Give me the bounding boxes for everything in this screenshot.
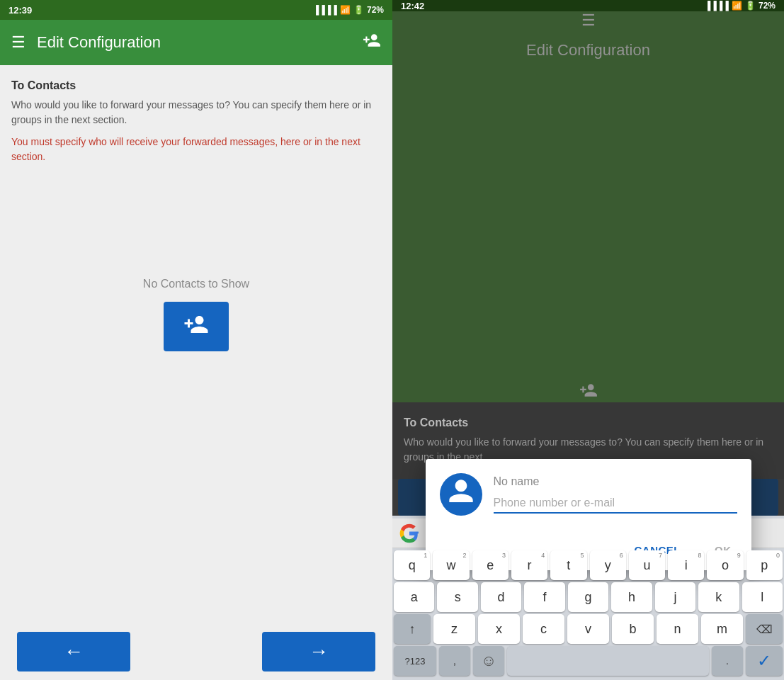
key-q[interactable]: q1 [394,550,430,580]
hamburger-icon-right: ☰ [581,11,596,30]
key-m[interactable]: m [701,614,743,644]
signal-icon-right: ▐▐▐▐ [705,1,729,11]
status-icons-left: ▐▐▐▐ 📶 🔋 72% [313,5,384,15]
empty-contacts: No Contacts to Show [11,278,381,351]
key-p[interactable]: p0 [746,550,783,580]
tick-icon: ✓ [757,651,771,671]
keyboard-row-4: ?123 , ☺ . ✓ [394,646,783,676]
error-text-left: You must specify who will receive your f… [11,135,381,164]
dialog-contact-name: No name [494,475,737,488]
battery-pct-left: 72% [367,5,384,15]
status-bar-left: 12:39 ▐▐▐▐ 📶 🔋 72% [0,0,392,20]
keyboard-row-3: ↑ z x c v b n m ⌫ [394,614,783,644]
key-z[interactable]: z [433,614,475,644]
dialog-overlay: No name CANCEL OK [392,402,784,479]
status-icons-right: ▐▐▐▐ 📶 🔋 72% [705,1,776,11]
space-key[interactable] [507,646,709,676]
key-i[interactable]: i8 [668,550,704,580]
wifi-icon-left: 📶 [340,5,351,15]
battery-icon-right: 🔋 [745,1,756,11]
battery-pct-right: 72% [759,1,776,11]
next-button-left[interactable]: → [262,632,375,672]
wifi-icon-right: 📶 [732,1,742,11]
add-person-icon-left[interactable] [363,31,381,54]
time-right: 12:42 [401,1,424,11]
symbols-key[interactable]: ?123 [394,646,436,676]
app-bar-title-left: Edit Configuration [37,33,351,52]
next-arrow-left: → [309,640,329,663]
shift-key[interactable]: ↑ [394,614,431,644]
key-v[interactable]: v [567,614,609,644]
key-w[interactable]: w2 [433,550,469,580]
key-n[interactable]: n [657,614,698,644]
key-a[interactable]: a [394,582,434,612]
keyboard-row-2: a s d f g h j k l [394,582,783,612]
key-h[interactable]: h [611,582,652,612]
key-g[interactable]: g [568,582,608,612]
dimmed-content: To Contacts Who would you like to forwar… [392,402,784,479]
key-l[interactable]: l [742,582,783,612]
key-k[interactable]: k [698,582,739,612]
dialog-right: No name [494,475,737,514]
period-key[interactable]: . [712,646,743,676]
hamburger-icon-left[interactable]: ☰ [11,33,25,52]
app-bar-title-right: Edit Configuration [526,41,650,370]
dialog-header: No name [426,473,751,527]
avatar-icon [447,477,475,512]
contact-avatar [440,473,482,516]
key-r[interactable]: r4 [511,550,547,580]
key-c[interactable]: c [523,614,564,644]
key-e[interactable]: e3 [472,550,509,580]
back-arrow-left: ← [64,640,84,663]
section-description-left: Who would you like to forward your messa… [11,98,381,128]
empty-contacts-label: No Contacts to Show [143,278,249,290]
key-x[interactable]: x [478,614,520,644]
emoji-key[interactable]: ☺ [473,646,504,676]
phone-email-input[interactable] [494,494,737,514]
add-contact-icon [183,312,209,341]
backspace-key[interactable]: ⌫ [746,614,783,644]
key-f[interactable]: f [524,582,564,612]
section-title-left: To Contacts [11,79,381,92]
right-panel: 12:42 ▐▐▐▐ 📶 🔋 72% ☰ Edit Configuration … [392,0,784,680]
content-area-left: To Contacts Who would you like to forwar… [0,65,392,623]
key-d[interactable]: d [481,582,521,612]
google-icon [398,522,421,545]
key-t[interactable]: t5 [550,550,586,580]
add-contact-button[interactable] [164,302,229,351]
status-bar-right: 12:42 ▐▐▐▐ 📶 🔋 72% [392,0,784,11]
back-button-left[interactable]: ← [17,632,130,672]
left-panel: 12:39 ▐▐▐▐ 📶 🔋 72% ☰ Edit Configuration … [0,0,392,680]
key-y[interactable]: y6 [590,550,626,580]
key-o[interactable]: o9 [707,550,743,580]
battery-icon-left: 🔋 [353,5,364,15]
app-bar-left: ☰ Edit Configuration [0,20,392,65]
time-left: 12:39 [8,5,32,16]
app-bar-right: ☰ Edit Configuration [392,11,784,402]
key-s[interactable]: s [437,582,477,612]
signal-icon-left: ▐▐▐▐ [313,5,337,15]
enter-key[interactable]: ✓ [746,646,783,676]
add-person-icon-right [579,381,598,402]
key-b[interactable]: b [612,614,654,644]
key-u[interactable]: u7 [629,550,665,580]
bottom-nav-left: ← → [0,623,392,680]
key-j[interactable]: j [655,582,695,612]
comma-key[interactable]: , [439,646,470,676]
